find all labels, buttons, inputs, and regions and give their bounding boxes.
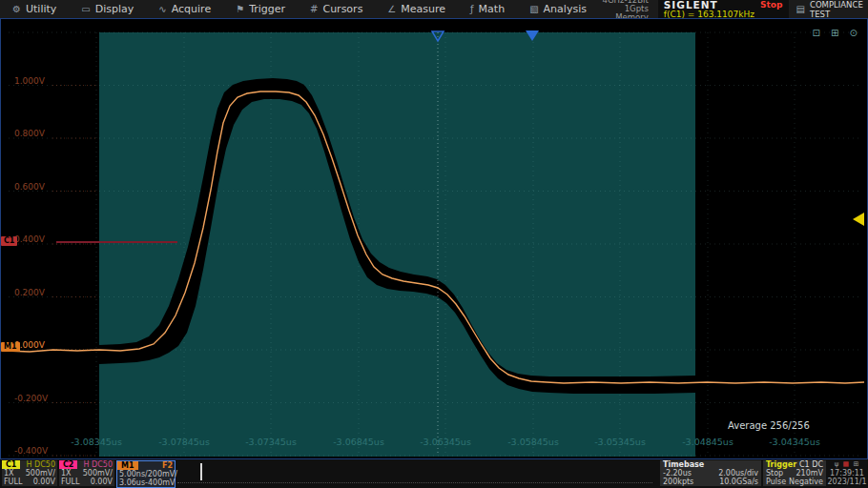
brand-status-box: SIGLENT Stop f(C1) = 163.1107kHz [658,0,789,18]
trigger-box[interactable]: Trigger C1 DC Stop 210mV Pulse Negative [763,460,826,486]
waveform-svg[interactable]: 1.000V0.800V0.600V0.400V0.200V0.000V-0.2… [1,19,867,458]
timebase-samplerate: 10.0GSa/s [719,478,758,486]
math-icon: ƒ [470,4,474,14]
y-axis-label: -0.200V [14,394,49,403]
math-box-m1[interactable]: M1 F2 5.00ns/ 200mV/ 3.06us -400mV [116,460,176,488]
m1-badge: M1 [117,461,138,470]
channel-box-c2[interactable]: C2 H DC50 1X 500mV/ FULL 0.00V [59,460,114,486]
x-axis-label: -3.05345us [594,437,646,447]
m1-position-marker[interactable]: M1 [1,342,20,352]
timebase-box[interactable]: Timebase -2.20us 2.00us/div 200kpts 10.0… [660,460,761,486]
channel-box-c1[interactable]: C1 H DC50 1X 500mV/ FULL 0.00V [2,460,57,486]
menu-analysis[interactable]: ▧Analysis [517,0,599,18]
m1-hpos: 3.06us [119,478,145,487]
average-count-label: Average 256/256 [728,420,810,431]
acquire-icon: ∿ [158,4,166,14]
trigger-icon: ⚑ [236,4,244,14]
c1-bandwidth: FULL [4,478,22,486]
display-label: Display [95,3,134,15]
c2-badge: C2 [59,460,77,469]
c1-position-marker[interactable]: C1 [1,236,17,246]
compliance-icon: ▤ [796,4,805,14]
x-axis-label: -3.07345us [245,437,297,447]
trigger-slope: Negative [789,478,823,486]
clock-box: ψ ▦ ⊞ 17:39:11 2023/11/1 [827,460,867,486]
y-axis-label: -0.400V [14,446,49,456]
menu-measure[interactable]: ∠Measure [375,0,458,18]
menu-math[interactable]: ƒMath [458,0,517,18]
record-position-tick[interactable] [200,463,202,480]
lan-error-icon: ▦ [843,460,851,468]
measure-label: Measure [401,3,445,15]
display-icon: ▭ [81,4,90,14]
x-axis-label: -3.04345us [769,437,820,447]
c2-scale: 500mV/ [83,469,113,478]
trigger-title: Trigger [766,460,796,469]
timebase-delay: -2.20us [663,469,692,478]
x-axis-label: -3.08345us [71,437,122,447]
c1-scale: 500mV/ [26,469,55,478]
waveform-display-area[interactable]: 1.000V0.800V0.600V0.400V0.200V0.000V-0.2… [0,18,868,459]
menu-utility[interactable]: ⚙Utility [0,0,69,18]
status-bar: C1 H DC50 1X 500mV/ FULL 0.00V C2 H DC50… [0,459,868,488]
menu-items: ⚙Utility▭Display∿Acquire⚑Trigger#Cursors… [0,0,599,18]
m1-source-label: F2 [162,461,173,470]
network-icon: ⊞ [853,460,859,468]
x-axis-label: -3.06845us [333,437,384,447]
record-position-line [177,482,652,483]
c1-coupling: H DC50 [27,460,55,469]
c2-coupling: H DC50 [84,460,113,469]
analysis-icon: ▧ [529,4,538,14]
x-axis-label: -3.07845us [158,437,210,447]
y-axis-label: 0.400V [14,234,46,244]
menu-acquire[interactable]: ∿Acquire [146,0,223,18]
cursors-icon: # [310,4,318,14]
y-axis-label: 0.600V [14,182,46,192]
acquisition-status-badge[interactable]: Stop [760,0,782,10]
timebase-scale: 2.00us/div [718,469,758,478]
utility-label: Utility [26,3,56,15]
m1-vscale: 200mV/ [148,470,177,478]
measure-icon: ∠ [387,4,396,14]
m1-hscale: 5.00ns/ [119,470,148,478]
c2-offset: 0.00V [91,478,113,486]
y-axis-label: 0.200V [14,288,46,297]
menu-display[interactable]: ▭Display [69,0,146,18]
timebase-points: 200kpts [663,478,693,486]
analysis-label: Analysis [544,3,587,15]
clock-time: 17:39:11 [827,469,867,478]
c1-offset: 0.00V [33,478,55,486]
menu-right-info: 4GHz-12Bit 1Gpts Memory SIGLENT Stop f(C… [599,0,868,18]
y-axis-label: 1.000V [14,76,46,86]
trigger-level: 210mV [796,469,823,478]
trigger-type: Pulse [766,478,786,486]
timebase-title: Timebase [663,460,704,469]
x-axis-label: -3.05845us [507,437,559,447]
trigger-source: C1 DC [799,460,823,469]
clock-date: 2023/11/1 [827,478,867,486]
trigger-label: Trigger [249,3,285,15]
trigger-mode: Stop [766,469,783,478]
c1-badge: C1 [2,460,20,469]
menu-bar: ⚙Utility▭Display∿Acquire⚑Trigger#Cursors… [0,0,868,18]
display-corner-icons[interactable]: ⊡ ⊞ ⊙ [813,28,862,38]
x-axis-label: -3.04845us [682,437,734,447]
oscilloscope-screen: ⚙Utility▭Display∿Acquire⚑Trigger#Cursors… [0,0,868,488]
y-axis-label: 0.800V [14,129,46,138]
compliance-label: COMPLIANCE TEST [810,0,868,19]
menu-trigger[interactable]: ⚑Trigger [223,0,298,18]
math-label: Math [479,3,506,15]
usb-icon: ψ [835,460,840,468]
m1-voffset: -400mV [145,478,175,487]
menu-cursors[interactable]: #Cursors [298,0,375,18]
c2-attenuation: 1X [61,469,72,478]
utility-icon: ⚙ [12,4,21,14]
acquire-label: Acquire [172,3,211,15]
trigger-level-marker[interactable] [853,213,864,226]
compliance-test-button[interactable]: ▤ COMPLIANCE TEST [789,0,868,19]
c2-bandwidth: FULL [61,478,79,486]
c1-attenuation: 1X [4,469,14,478]
x-axis-label: -3.06345us [420,437,471,447]
cursors-label: Cursors [322,3,362,15]
